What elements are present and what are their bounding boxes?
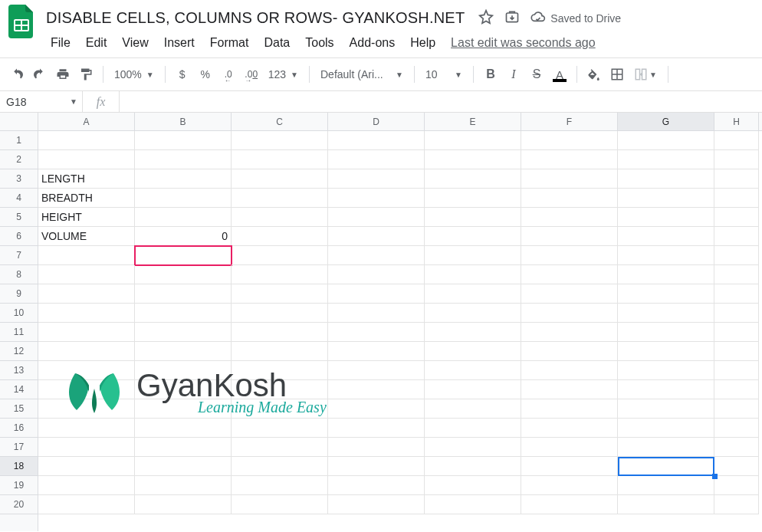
cell[interactable]	[232, 476, 328, 495]
cell[interactable]	[714, 131, 759, 150]
cell[interactable]	[38, 495, 135, 514]
cell[interactable]	[328, 361, 425, 380]
cell[interactable]	[38, 457, 135, 476]
cell[interactable]	[135, 246, 232, 265]
borders-button[interactable]	[606, 64, 628, 85]
merge-cells-button[interactable]: ▼	[629, 67, 662, 81]
cell[interactable]	[135, 342, 232, 361]
more-formats-button[interactable]: 123 ▼	[264, 68, 303, 80]
cell[interactable]	[521, 246, 618, 265]
cell[interactable]	[714, 476, 759, 495]
row-header[interactable]: 7	[0, 246, 38, 265]
cell[interactable]	[328, 419, 425, 438]
cell[interactable]	[328, 265, 425, 284]
row-header[interactable]: 12	[0, 342, 38, 361]
saved-to-drive[interactable]: Saved to Drive	[530, 11, 621, 26]
cell[interactable]	[425, 284, 521, 304]
cell[interactable]	[232, 419, 328, 438]
row-header[interactable]: 20	[0, 495, 38, 514]
cell[interactable]: HEIGHT	[38, 208, 135, 227]
cell[interactable]	[232, 304, 328, 323]
cell[interactable]	[714, 457, 759, 476]
cell[interactable]	[425, 227, 521, 246]
cell[interactable]	[521, 342, 618, 361]
cell[interactable]	[232, 380, 328, 399]
row-header[interactable]: 16	[0, 419, 38, 438]
redo-button[interactable]	[29, 64, 51, 85]
cell[interactable]	[618, 438, 714, 457]
font-family-select[interactable]: Default (Ari... ▼	[316, 68, 408, 80]
cell[interactable]	[135, 189, 232, 208]
cell[interactable]	[135, 380, 232, 399]
zoom-select[interactable]: 100% ▼	[110, 68, 159, 80]
cell[interactable]: VOLUME	[38, 227, 135, 246]
cell[interactable]	[425, 304, 521, 323]
cell[interactable]	[232, 284, 328, 304]
cell[interactable]	[714, 342, 759, 361]
row-header[interactable]: 17	[0, 438, 38, 457]
decrease-decimal-button[interactable]: .0←	[218, 64, 239, 85]
cell[interactable]	[618, 361, 714, 380]
row-header[interactable]: 18	[0, 457, 38, 476]
cell[interactable]	[232, 342, 328, 361]
cell[interactable]	[38, 246, 135, 265]
cell[interactable]	[521, 323, 618, 342]
cell[interactable]	[328, 304, 425, 323]
italic-button[interactable]: I	[503, 64, 524, 85]
menu-insert[interactable]: Insert	[156, 33, 202, 53]
col-header-e[interactable]: E	[425, 113, 521, 130]
cell[interactable]	[618, 342, 714, 361]
increase-decimal-button[interactable]: .00→	[241, 64, 262, 85]
cell[interactable]	[521, 189, 618, 208]
cell[interactable]	[521, 304, 618, 323]
cell[interactable]: 0	[135, 227, 232, 246]
cell[interactable]: BREADTH	[38, 189, 135, 208]
text-color-button[interactable]: A	[549, 64, 570, 85]
cell[interactable]	[135, 495, 232, 514]
cell[interactable]	[232, 399, 328, 419]
name-box[interactable]: G18 ▼	[0, 91, 83, 112]
cell[interactable]	[232, 457, 328, 476]
cell[interactable]	[714, 438, 759, 457]
cell[interactable]	[714, 399, 759, 419]
cell[interactable]	[38, 342, 135, 361]
row-header[interactable]: 14	[0, 380, 38, 399]
cell[interactable]	[618, 208, 714, 227]
cell[interactable]	[618, 131, 714, 150]
cell[interactable]: LENGTH	[38, 169, 135, 189]
cell[interactable]	[232, 208, 328, 227]
menu-format[interactable]: Format	[202, 33, 257, 53]
undo-button[interactable]	[6, 64, 28, 85]
col-header-h[interactable]: H	[714, 113, 759, 130]
cell[interactable]	[714, 227, 759, 246]
cell[interactable]	[328, 476, 425, 495]
cell[interactable]	[232, 246, 328, 265]
last-edit-link[interactable]: Last edit was seconds ago	[451, 36, 596, 50]
cell[interactable]	[38, 361, 135, 380]
formula-bar[interactable]	[120, 91, 762, 112]
cell[interactable]	[38, 476, 135, 495]
cell[interactable]	[38, 380, 135, 399]
cell[interactable]	[328, 438, 425, 457]
row-header[interactable]: 6	[0, 227, 38, 246]
cell[interactable]	[618, 246, 714, 265]
cell[interactable]	[714, 495, 759, 514]
cell[interactable]	[38, 284, 135, 304]
row-header[interactable]: 3	[0, 169, 38, 189]
cell[interactable]	[521, 457, 618, 476]
menu-file[interactable]: File	[43, 33, 78, 53]
row-header[interactable]: 1	[0, 131, 38, 150]
paint-format-button[interactable]	[75, 64, 97, 85]
cell[interactable]	[425, 380, 521, 399]
cell[interactable]	[425, 342, 521, 361]
cell[interactable]	[425, 150, 521, 169]
row-header[interactable]: 19	[0, 476, 38, 495]
cell[interactable]	[232, 189, 328, 208]
cell[interactable]	[714, 323, 759, 342]
cell[interactable]	[328, 189, 425, 208]
menu-help[interactable]: Help	[402, 33, 443, 53]
cell[interactable]	[618, 227, 714, 246]
cell[interactable]	[328, 227, 425, 246]
row-header[interactable]: 15	[0, 399, 38, 419]
row-header[interactable]: 5	[0, 208, 38, 227]
